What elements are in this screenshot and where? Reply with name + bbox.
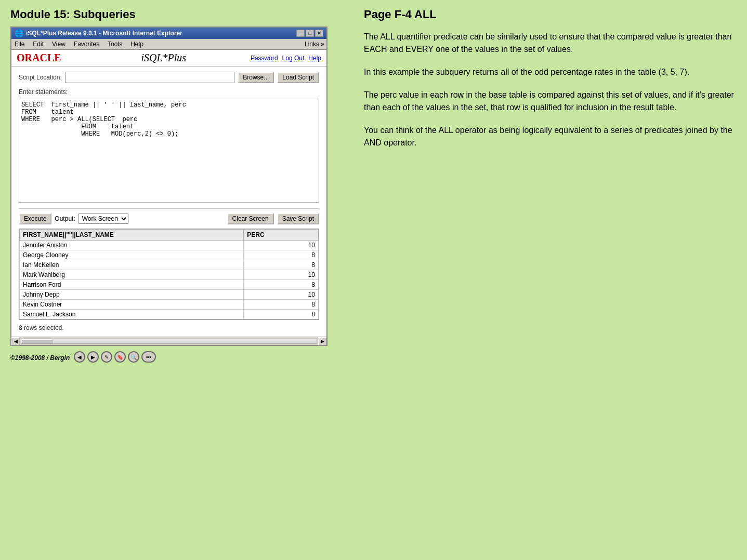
browser-title-text: iSQL*Plus Release 9.0.1 - Microsoft Inte… (26, 30, 294, 37)
results-table-container: FIRST_NAME||'"'||LAST_NAME PERC Jennifer… (19, 229, 319, 320)
table-cell-name: Samuel L. Jackson (20, 310, 244, 319)
table-row: George Clooney8 (20, 250, 319, 260)
table-cell-name: Mark Wahlberg (20, 270, 244, 280)
menu-file[interactable]: File (14, 40, 25, 48)
table-row: Harrison Ford8 (20, 280, 319, 290)
table-cell-name: Harrison Ford (20, 280, 244, 290)
scrollbar-thumb[interactable] (21, 339, 53, 343)
results-table: FIRST_NAME||'"'||LAST_NAME PERC Jennifer… (19, 229, 319, 319)
menu-favorites[interactable]: Favorites (73, 40, 100, 48)
page-title-right: Page F-4 ALL (364, 5, 737, 21)
col-header-perc: PERC (244, 230, 319, 241)
browser-titlebar: 🌐 iSQL*Plus Release 9.0.1 - Microsoft In… (11, 28, 326, 39)
output-label: Output: (55, 215, 75, 222)
script-location-row: Script Location: Browse... Load Script (19, 72, 319, 83)
right-text: The ALL quantifier predicate can be simi… (364, 31, 737, 149)
right-paragraph-4: You can think of the ALL operator as bei… (364, 124, 737, 149)
table-cell-perc: 10 (244, 290, 319, 300)
col-header-name: FIRST_NAME||'"'||LAST_NAME (20, 230, 244, 241)
browse-button[interactable]: Browse... (238, 72, 274, 83)
browser-window: 🌐 iSQL*Plus Release 9.0.1 - Microsoft In… (10, 26, 327, 346)
horizontal-scrollbar: ◀ ▶ (11, 337, 326, 345)
table-cell-perc: 8 (244, 310, 319, 319)
isqlplus-header: ORACLE iSQL*Plus Password Log Out Help (11, 50, 326, 66)
nav-play-button[interactable]: ▶ (87, 351, 99, 363)
page-title-left: Module 15: Subqueries (10, 5, 343, 21)
table-row: Kevin Costner8 (20, 300, 319, 310)
help-link[interactable]: Help (308, 55, 321, 62)
scroll-right-arrow[interactable]: ▶ (318, 337, 326, 345)
titlebar-buttons: _ □ ✕ (296, 30, 323, 37)
isqlplus-title: iSQL*Plus (87, 52, 240, 64)
right-paragraph-3: The perc value in each row in the base t… (364, 89, 737, 114)
output-select[interactable]: Work Screen File Printer (78, 214, 128, 224)
menu-view[interactable]: View (51, 40, 67, 48)
table-cell-name: Ian McKellen (20, 260, 244, 270)
table-row: Mark Wahlberg10 (20, 270, 319, 280)
right-column: Page F-4 ALL The ALL quantifier predicat… (353, 5, 737, 363)
clear-screen-button[interactable]: Clear Screen (227, 213, 274, 224)
execute-button[interactable]: Execute (19, 213, 51, 224)
table-row: Ian McKellen8 (20, 260, 319, 270)
table-cell-name: Kevin Costner (20, 300, 244, 310)
header-links: Password Log Out Help (251, 55, 321, 62)
table-cell-perc: 8 (244, 250, 319, 260)
table-cell-perc: 8 (244, 300, 319, 310)
browser-content: Script Location: Browse... Load Script E… (11, 66, 326, 337)
rows-selected: 8 rows selected. (19, 324, 319, 331)
table-cell-perc: 10 (244, 241, 319, 250)
sql-textarea[interactable]: SELECT first_name || ' ' || last_name, p… (19, 99, 319, 203)
scroll-left-arrow[interactable]: ◀ (11, 337, 20, 345)
menu-tools[interactable]: Tools (107, 40, 123, 48)
table-cell-perc: 8 (244, 260, 319, 270)
nav-prev-button[interactable]: ◀ (74, 351, 85, 363)
maximize-button[interactable]: □ (306, 30, 314, 37)
browser-menubar: File Edit View Favorites Tools Help Link… (11, 39, 326, 50)
table-cell-perc: 8 (244, 280, 319, 290)
links-label[interactable]: Links » (305, 41, 324, 48)
close-button[interactable]: ✕ (315, 30, 323, 37)
copyright-text: ©1998-2008 / Bergin (10, 354, 70, 362)
menu-edit[interactable]: Edit (32, 40, 45, 48)
save-script-button[interactable]: Save Script (277, 213, 319, 224)
nav-bookmark-button[interactable]: 🔖 (114, 351, 126, 363)
script-location-input[interactable] (65, 72, 235, 83)
toolbar-row: Execute Output: Work Screen File Printer… (19, 208, 319, 224)
enter-statements-label: Enter statements: (19, 88, 319, 96)
table-cell-name: Johnny Depp (20, 290, 244, 300)
table-row: Samuel L. Jackson8 (20, 310, 319, 319)
minimize-button[interactable]: _ (296, 30, 305, 37)
oracle-logo: ORACLE (17, 52, 61, 64)
load-script-button[interactable]: Load Script (277, 72, 319, 83)
logout-link[interactable]: Log Out (282, 55, 305, 62)
browser-icon: 🌐 (15, 29, 23, 37)
nav-buttons: ◀ ▶ ✎ 🔖 🔍 ••• (74, 351, 156, 363)
table-row: Johnny Depp10 (20, 290, 319, 300)
menu-help[interactable]: Help (129, 40, 145, 48)
right-paragraph-1: The ALL quantifier predicate can be simi… (364, 31, 737, 56)
table-row: Jennifer Aniston10 (20, 241, 319, 250)
table-cell-name: Jennifer Aniston (20, 241, 244, 250)
script-location-label: Script Location: (19, 74, 62, 81)
nav-more-button[interactable]: ••• (141, 351, 156, 363)
table-cell-perc: 10 (244, 270, 319, 280)
password-link[interactable]: Password (251, 55, 278, 62)
nav-edit-button[interactable]: ✎ (101, 351, 112, 363)
right-paragraph-2: In this example the subquery returns all… (364, 66, 737, 78)
nav-search-button[interactable]: 🔍 (128, 351, 139, 363)
table-cell-name: George Clooney (20, 250, 244, 260)
scrollbar-track[interactable] (21, 339, 317, 344)
